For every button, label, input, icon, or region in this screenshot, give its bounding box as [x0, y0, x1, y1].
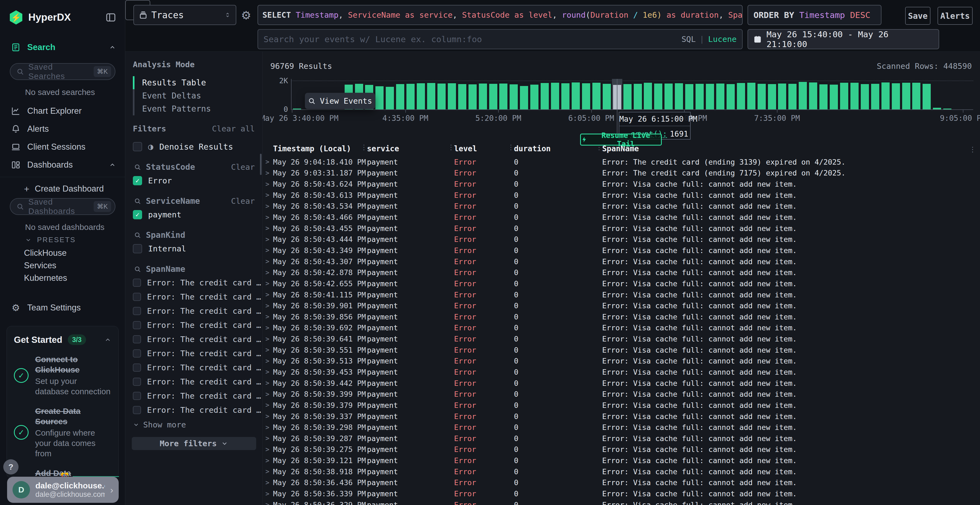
spanname-checkbox[interactable]: [133, 321, 141, 329]
histogram-bar[interactable]: [695, 84, 704, 110]
histogram-bar[interactable]: [840, 83, 848, 110]
user-account-chip[interactable]: D dale@clickhouse.com dale@clickhouse.co…: [7, 477, 119, 503]
histogram-bar[interactable]: [912, 83, 920, 110]
row-expand-chevron-icon[interactable]: >: [266, 501, 273, 505]
histogram-bar[interactable]: [458, 84, 466, 110]
table-row[interactable]: >May 26 8:50:39.692 PMpaymentError0Error…: [266, 322, 973, 333]
save-button[interactable]: Save: [905, 7, 931, 25]
table-row[interactable]: >May 26 8:50:39.453 PMpaymentError0Error…: [266, 367, 973, 378]
table-row[interactable]: >May 26 8:50:43.534 PMpaymentError0Error…: [266, 201, 973, 212]
row-expand-chevron-icon[interactable]: >: [266, 191, 273, 199]
table-row[interactable]: >May 26 8:50:43.466 PMpaymentError0Error…: [266, 212, 973, 223]
filter-option-row[interactable]: Error: The credit card …: [133, 306, 262, 316]
row-expand-chevron-icon[interactable]: >: [266, 180, 273, 188]
histogram-bar[interactable]: [582, 83, 590, 110]
presets-toggle[interactable]: PRESETS: [25, 236, 76, 244]
chevron-up-icon[interactable]: [109, 161, 116, 168]
spanname-checkbox[interactable]: [133, 392, 141, 400]
row-expand-chevron-icon[interactable]: >: [266, 280, 273, 287]
histogram-bar[interactable]: [438, 84, 445, 110]
preset-kubernetes[interactable]: Kubernetes: [24, 273, 67, 283]
help-button[interactable]: ?: [3, 459, 19, 475]
spanname-checkbox[interactable]: [133, 349, 141, 357]
histogram-bar[interactable]: [603, 84, 611, 110]
filter-option-row[interactable]: Error: The credit card …: [133, 334, 262, 345]
clear-servicename-button[interactable]: Clear: [231, 197, 255, 206]
histogram-bar[interactable]: [943, 108, 951, 110]
table-row[interactable]: >May 26 8:50:39.551 PMpaymentError0Error…: [266, 345, 973, 356]
histogram-bar[interactable]: [737, 83, 745, 110]
column-resize-handle[interactable]: ⋮: [447, 143, 455, 151]
histogram-bar[interactable]: [375, 86, 383, 110]
table-row[interactable]: >May 26 8:50:39.856 PMpaymentError0Error…: [266, 311, 973, 322]
row-expand-chevron-icon[interactable]: >: [266, 468, 273, 475]
histogram-bar[interactable]: [406, 84, 415, 110]
histogram-bar[interactable]: [727, 84, 735, 110]
filter-option-row[interactable]: Error: The credit card …: [133, 292, 262, 302]
spanname-checkbox[interactable]: [133, 364, 141, 372]
histogram-bar[interactable]: [293, 108, 301, 110]
alerts-button[interactable]: Alerts: [937, 7, 973, 25]
histogram-bar[interactable]: [788, 84, 797, 110]
spanname-checkbox[interactable]: [133, 307, 141, 315]
table-row[interactable]: >May 26 8:50:39.641 PMpaymentError0Error…: [266, 333, 973, 345]
filter-option-row[interactable]: ✓payment: [133, 210, 262, 220]
time-range-picker[interactable]: May 26 15:40:00 - May 26 21:10:00: [748, 29, 939, 49]
saved-dashboards-input[interactable]: Saved Dashboards ⌘K: [10, 198, 115, 215]
row-expand-chevron-icon[interactable]: >: [266, 324, 273, 332]
histogram-bar[interactable]: [624, 84, 632, 110]
table-row[interactable]: >May 26 9:03:31.187 PMpaymentError0Error…: [266, 168, 973, 179]
histogram-bar[interactable]: [644, 83, 652, 110]
spanname-checkbox[interactable]: [133, 293, 141, 301]
resume-live-tail-button[interactable]: Resume Live Tail: [580, 133, 662, 146]
row-expand-chevron-icon[interactable]: >: [266, 158, 273, 166]
row-expand-chevron-icon[interactable]: >: [266, 258, 273, 265]
filter-option-row[interactable]: Error: The credit card …: [133, 278, 262, 288]
get-started-item[interactable]: ✓ Connect to ClickHouse Set up your data…: [14, 354, 111, 397]
histogram-bar[interactable]: [551, 83, 559, 110]
histogram-bar[interactable]: [675, 83, 683, 110]
histogram-bar[interactable]: [933, 108, 941, 110]
filter-option-row[interactable]: Error: The credit card …: [133, 320, 262, 330]
histogram-bar[interactable]: [850, 83, 859, 110]
histogram-bar[interactable]: [592, 83, 601, 110]
row-expand-chevron-icon[interactable]: >: [266, 446, 273, 453]
histogram-bar[interactable]: [809, 83, 817, 110]
row-expand-chevron-icon[interactable]: >: [266, 357, 273, 365]
table-row[interactable]: >May 26 8:50:43.307 PMpaymentError0Error…: [266, 256, 973, 267]
column-resize-handle[interactable]: ⋮: [360, 143, 368, 151]
histogram-bar[interactable]: [716, 84, 724, 110]
histogram-bar[interactable]: [561, 83, 570, 110]
histogram-bar[interactable]: [479, 84, 487, 110]
row-expand-chevron-icon[interactable]: >: [266, 346, 273, 354]
histogram-bar[interactable]: [778, 84, 786, 110]
spankind-checkbox[interactable]: [133, 244, 142, 253]
histogram-bar[interactable]: [871, 84, 879, 110]
table-row[interactable]: >May 26 8:50:41.115 PMpaymentError0Error…: [266, 289, 973, 300]
preset-services[interactable]: Services: [24, 260, 56, 270]
table-options-icon[interactable]: ⋮: [969, 145, 976, 154]
histogram-bar[interactable]: [499, 84, 508, 110]
filter-option-row[interactable]: Internal: [133, 243, 262, 254]
column-resize-handle[interactable]: ⋮: [508, 143, 514, 151]
histogram-bar[interactable]: [468, 84, 477, 110]
histogram-bar[interactable]: [417, 83, 425, 110]
histogram-bar[interactable]: [902, 83, 910, 110]
statuscode-checkbox[interactable]: ✓: [133, 176, 142, 185]
column-header-service[interactable]: ⋮service: [367, 144, 454, 153]
table-row[interactable]: >May 26 8:50:39.442 PMpaymentError0Error…: [266, 378, 973, 389]
sidebar-item-client-sessions[interactable]: Client Sessions: [0, 140, 125, 154]
row-expand-chevron-icon[interactable]: >: [266, 269, 273, 276]
language-toggle-sql[interactable]: SQL: [681, 35, 695, 44]
get-started-header[interactable]: Get Started 3/3: [14, 334, 111, 345]
source-select[interactable]: Traces: [134, 5, 236, 25]
row-expand-chevron-icon[interactable]: >: [266, 246, 273, 254]
clear-all-button[interactable]: Clear all: [212, 124, 255, 133]
table-row[interactable]: >May 26 8:50:39.901 PMpaymentError0Error…: [266, 300, 973, 311]
spanname-checkbox[interactable]: [133, 406, 141, 414]
histogram-bar[interactable]: [819, 84, 827, 110]
analysis-mode-event-deltas[interactable]: Event Deltas: [134, 89, 262, 102]
row-expand-chevron-icon[interactable]: >: [266, 291, 273, 299]
filter-option-row[interactable]: Error: The credit card …: [133, 376, 262, 387]
histogram-bar[interactable]: [892, 83, 900, 110]
